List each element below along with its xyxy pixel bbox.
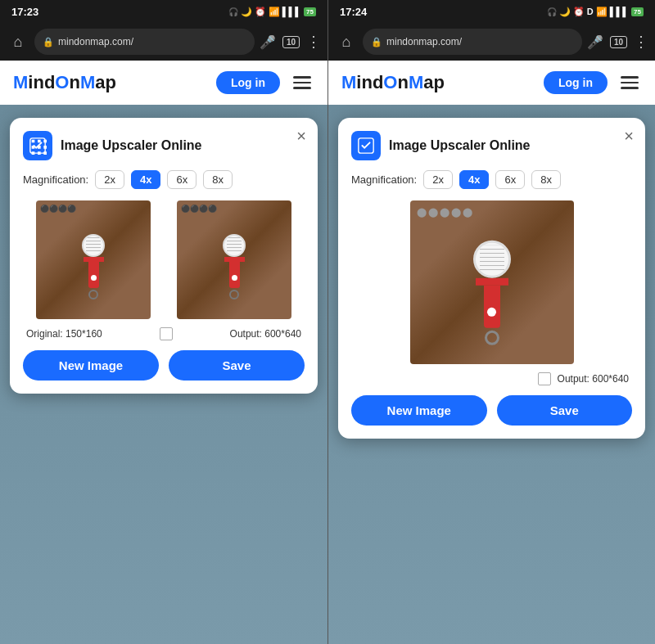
page-content-right: Image Upscaler Online × Magnification: 2… — [328, 105, 655, 644]
output-image-left: ⚫⚫⚫⚫ — [177, 200, 291, 319]
url-right: mindonmap.com/ — [386, 36, 462, 47]
action-row-left: New Image Save — [23, 350, 305, 381]
original-info-left: Original: 150*160 — [26, 328, 102, 340]
original-image-left: ⚫⚫⚫⚫ — [36, 200, 151, 319]
output-info-row-right: Output: 600*640 — [351, 372, 632, 385]
modal-header-left: Image Upscaler Online × — [23, 131, 305, 160]
alarm-icon-right: ⏰ — [573, 7, 585, 17]
new-image-button-left[interactable]: New Image — [23, 350, 159, 381]
menu-dots-left[interactable]: ⋮ — [306, 33, 321, 51]
logo-nmap-left: n — [69, 72, 79, 92]
output-image-col-left: ⚫⚫⚫⚫ — [164, 200, 305, 319]
browser-bar-left: ⌂ 🔒 mindonmap.com/ 🎤 10 ⋮ — [0, 23, 328, 61]
address-bar-left[interactable]: 🔒 mindonmap.com/ — [34, 29, 255, 55]
left-panel: 17:23 🎧 🌙 ⏰ 📶 ▌▌▌ 75 ⌂ 🔒 mindonmap.com/ … — [0, 0, 328, 644]
modal-icon-left — [23, 131, 52, 160]
hamburger-left[interactable] — [290, 73, 314, 92]
status-bar-left: 17:23 🎧 🌙 ⏰ 📶 ▌▌▌ 75 — [0, 0, 328, 23]
mag-6x-right[interactable]: 6x — [495, 170, 525, 189]
site-header-left: MindOnMap Log in — [0, 61, 328, 105]
status-icons-right: 🎧 🌙 ⏰ D 📶 ▌▌▌ 75 — [547, 7, 644, 17]
modal-icon-right — [351, 131, 381, 160]
logo-right: MindOnMap — [341, 72, 445, 93]
mag-8x-right[interactable]: 8x — [531, 170, 561, 189]
close-button-left[interactable]: × — [296, 128, 306, 144]
images-row-right: ⬤⬤⬤⬤⬤ — [351, 200, 632, 364]
browser-bar-right: ⌂ 🔒 mindonmap.com/ 🎤 10 ⋮ — [328, 23, 655, 61]
logo-m-right: M — [341, 72, 356, 92]
lock-icon-left: 🔒 — [43, 37, 54, 47]
checkbox-right[interactable] — [538, 372, 551, 385]
home-icon-right[interactable]: ⌂ — [335, 30, 358, 53]
magnification-label-left: Magnification: — [23, 173, 88, 186]
hamburger-line-right — [621, 87, 639, 89]
signal-icon: ▌▌▌ — [282, 7, 301, 16]
modal-title-right: Image Upscaler Online — [389, 138, 531, 153]
mag-4x-left[interactable]: 4x — [131, 170, 160, 189]
hamburger-line-right — [621, 76, 639, 79]
close-button-right[interactable]: × — [624, 128, 634, 144]
output-info-right: Output: 600*640 — [558, 373, 629, 385]
modal-header-right: Image Upscaler Online × — [351, 131, 632, 160]
mag-2x-left[interactable]: 2x — [95, 170, 124, 189]
wifi-icon-right: 📶 — [596, 7, 608, 17]
mag-4x-right[interactable]: 4x — [459, 170, 489, 189]
hamburger-line-right — [621, 82, 639, 84]
hamburger-line-left — [293, 76, 311, 79]
status-time-right: 17:24 — [340, 6, 367, 18]
mic-browser-icon-right[interactable]: 🎤 — [587, 34, 603, 50]
signal-icon-right: ▌▌▌ — [610, 7, 629, 16]
browser-actions-right: 🎤 10 ⋮ — [587, 33, 648, 51]
headphone-icon-right: 🎧 — [547, 7, 557, 16]
mag-2x-right[interactable]: 2x — [423, 170, 453, 189]
browser-actions-left: 🎤 10 ⋮ — [260, 33, 321, 51]
status-bar-right: 17:24 🎧 🌙 ⏰ D 📶 ▌▌▌ 75 — [328, 0, 655, 23]
tab-count-right[interactable]: 10 — [610, 36, 627, 48]
modal-right: Image Upscaler Online × Magnification: 2… — [338, 118, 645, 439]
headphone-icon: 🎧 — [228, 7, 238, 16]
right-panel: 17:24 🎧 🌙 ⏰ D 📶 ▌▌▌ 75 ⌂ 🔒 mindonmap.com… — [328, 0, 655, 644]
action-row-right: New Image Save — [351, 395, 632, 426]
login-button-right[interactable]: Log in — [544, 71, 608, 94]
images-row-left: ⚫⚫⚫⚫ — [23, 200, 305, 319]
mic-browser-icon-left[interactable]: 🎤 — [260, 34, 276, 50]
status-time-left: 17:23 — [11, 6, 38, 18]
upscaler-icon-right — [357, 137, 375, 155]
alarm-icon: ⏰ — [255, 7, 266, 17]
logo-on-left: O — [55, 72, 69, 92]
logo-ind-left: ind — [28, 72, 55, 92]
original-image-col-left: ⚫⚫⚫⚫ — [23, 200, 164, 319]
data-icon-right: D — [587, 7, 594, 16]
address-bar-right[interactable]: 🔒 mindonmap.com/ — [363, 29, 582, 55]
hamburger-right[interactable] — [617, 73, 642, 92]
moon-icon: 🌙 — [241, 7, 252, 17]
logo-ind-right: ind — [356, 72, 383, 92]
checkbox-left[interactable] — [160, 327, 173, 340]
magnification-row-right: Magnification: 2x 4x 6x 8x — [351, 170, 632, 189]
battery-right: 75 — [631, 7, 644, 16]
new-image-button-right[interactable]: New Image — [351, 395, 487, 426]
image-info-row-left: Original: 150*160 Output: 600*640 — [23, 327, 305, 340]
modal-left: Image Upscaler Online × Magnification: 2… — [10, 118, 318, 394]
hamburger-line-left — [293, 82, 311, 84]
home-icon-left[interactable]: ⌂ — [7, 30, 29, 53]
magnification-row-left: Magnification: 2x 4x 6x 8x — [23, 170, 305, 189]
logo-on-right: O — [383, 72, 397, 92]
login-button-left[interactable]: Log in — [216, 71, 280, 94]
page-content-left: Image Upscaler Online × Magnification: 2… — [0, 105, 328, 644]
mag-6x-left[interactable]: 6x — [167, 170, 196, 189]
url-left: mindonmap.com/ — [58, 36, 133, 47]
output-image-large-right: ⬤⬤⬤⬤⬤ — [410, 200, 574, 364]
modal-title-left: Image Upscaler Online — [61, 138, 202, 153]
tab-count-left[interactable]: 10 — [282, 36, 300, 48]
upscaler-icon-left — [29, 137, 47, 155]
save-button-right[interactable]: Save — [497, 395, 633, 426]
lock-icon-right: 🔒 — [371, 37, 382, 47]
save-button-left[interactable]: Save — [169, 350, 305, 381]
menu-dots-right[interactable]: ⋮ — [634, 33, 648, 51]
logo-m-left: M — [13, 72, 28, 92]
moon-icon-right: 🌙 — [559, 7, 571, 17]
hamburger-line-left — [293, 87, 311, 89]
mag-8x-left[interactable]: 8x — [203, 170, 233, 189]
output-info-left: Output: 600*640 — [230, 328, 301, 340]
